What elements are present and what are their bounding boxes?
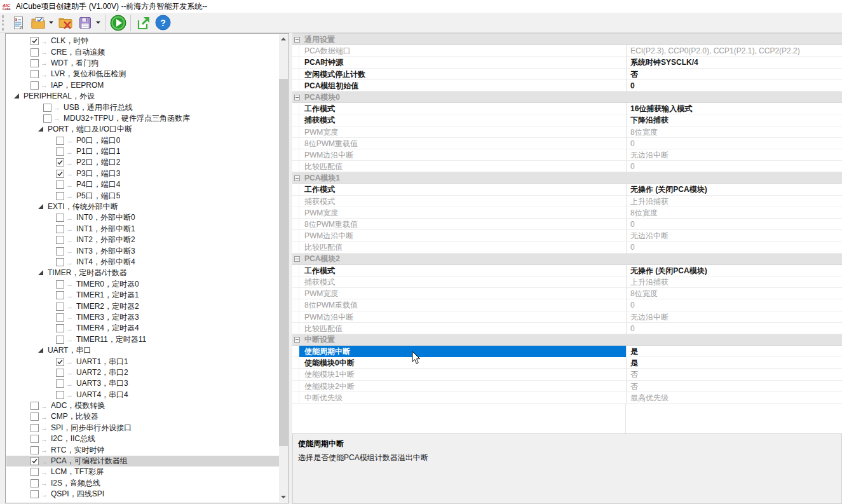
tree-group-row[interactable]: PORT，端口及I/O口中断 — [6, 124, 279, 135]
scroll-down-icon[interactable] — [279, 493, 288, 502]
scroll-up-icon[interactable] — [279, 34, 288, 44]
tree-checkbox[interactable] — [31, 490, 39, 498]
property-value[interactable]: 8位宽度 — [626, 207, 842, 219]
tree-checkbox[interactable] — [56, 379, 64, 388]
property-value[interactable]: 无边沿中断 — [626, 149, 842, 161]
close-project-button[interactable] — [57, 14, 74, 31]
open-project-button[interactable] — [29, 14, 46, 31]
property-value[interactable]: 8位宽度 — [626, 288, 842, 299]
save-project-dropdown-caret[interactable] — [95, 14, 101, 31]
tree-item-row[interactable]: →UART4，串口4 — [6, 390, 279, 400]
run-generate-button[interactable] — [109, 14, 126, 31]
property-value[interactable]: 否 — [626, 69, 842, 80]
expander-icon[interactable] — [38, 204, 44, 210]
collapse-icon[interactable] — [294, 337, 300, 343]
help-button[interactable]: ? — [154, 14, 172, 31]
tree-checkbox[interactable] — [56, 313, 64, 322]
tree-item-row[interactable]: →INT3，外部中断3 — [6, 245, 279, 256]
property-value[interactable]: 系统时钟SYSCLK/4 — [626, 57, 842, 68]
tree-checkbox[interactable] — [56, 336, 64, 344]
scrollbar-thumb[interactable] — [279, 79, 288, 446]
tree-item-row[interactable]: →LCM，TFT彩屏 — [6, 467, 279, 477]
property-value[interactable]: 无边沿中断 — [626, 230, 842, 242]
collapse-icon[interactable] — [294, 256, 300, 262]
tree-item-row[interactable]: →P4口，端口4 — [6, 179, 279, 190]
property-row[interactable]: 工作模式无操作 (关闭PCA模块) — [292, 265, 842, 276]
property-value[interactable]: 是 — [626, 346, 842, 357]
property-value[interactable]: ECI(P2.3), CCP0(P2.0), CCP1(P2.1), CCP2(… — [626, 45, 842, 57]
open-project-dropdown-caret[interactable] — [48, 14, 54, 31]
tree-checkbox[interactable] — [31, 446, 39, 454]
tree-checkbox[interactable] — [56, 236, 64, 244]
expander-icon[interactable] — [38, 270, 44, 276]
tree-item-row[interactable]: →I2S，音频总线 — [6, 478, 279, 489]
property-row[interactable]: PCA时钟源系统时钟SYSCLK/4 — [292, 57, 842, 68]
tree-item-row[interactable]: →P5口，端口5 — [6, 190, 279, 201]
property-value[interactable]: 无操作 (关闭PCA模块) — [626, 265, 842, 276]
property-row[interactable]: 使能模块1中断否 — [292, 369, 842, 380]
tree-item-row[interactable]: →USB，通用串行总线 — [6, 102, 279, 112]
tree-checkbox[interactable] — [31, 479, 39, 487]
tree-item-row[interactable]: →INT2，外部中断2 — [6, 235, 279, 245]
property-value[interactable]: 无边沿中断 — [626, 311, 842, 323]
section-header-row[interactable]: 中断设置 — [292, 334, 842, 346]
tree-item-row[interactable]: →INT1，外部中断1 — [6, 224, 279, 235]
property-row[interactable]: 比较匹配值0 — [292, 323, 842, 334]
tree-item-row[interactable]: →TIMER11，定时器11 — [6, 334, 279, 345]
property-row[interactable]: PCA数据端口ECI(P2.3), CCP0(P2.0), CCP1(P2.1)… — [292, 45, 842, 57]
property-row[interactable]: 捕获模式上升沿捕获 — [292, 196, 842, 207]
tree-item-row[interactable]: →ADC，模数转换 — [6, 400, 279, 411]
tree-item-row[interactable]: →UART1，串口1 — [6, 356, 279, 367]
tree-checkbox[interactable] — [31, 402, 39, 410]
save-project-button[interactable] — [76, 14, 93, 31]
property-row[interactable]: 中断优先级最高优先级 — [292, 392, 842, 404]
tree-item-row[interactable]: →TIMER4，定时器4 — [6, 323, 279, 334]
property-row[interactable]: 8位PWM重载值0 — [292, 299, 842, 311]
tree-checkbox[interactable] — [31, 70, 39, 78]
new-project-button[interactable] — [10, 14, 27, 31]
tree-checkbox[interactable] — [31, 81, 39, 90]
tree-item-row[interactable]: →P3口，端口3 — [6, 168, 279, 179]
tree-checkbox[interactable] — [56, 303, 64, 311]
property-row[interactable]: 捕获模式下降沿捕获 — [292, 114, 842, 126]
property-value[interactable]: 上升沿捕获 — [626, 276, 842, 288]
tree-checkbox[interactable] — [56, 192, 64, 200]
property-value[interactable]: 0 — [626, 80, 842, 92]
collapse-icon[interactable] — [294, 175, 300, 181]
expander-icon[interactable] — [38, 126, 44, 132]
property-value[interactable]: 是 — [626, 357, 842, 369]
tree-checkbox[interactable] — [56, 158, 64, 167]
tree-item-row[interactable]: →TIMER3，定时器3 — [6, 312, 279, 323]
tree-item-row[interactable]: →SPI，同步串行外设接口 — [6, 423, 279, 433]
tree-item-row[interactable]: →INT0，外部中断0 — [6, 212, 279, 223]
property-row[interactable]: 比较匹配值0 — [292, 242, 842, 253]
property-value[interactable]: 0 — [626, 138, 842, 149]
tree-checkbox[interactable] — [56, 137, 64, 145]
tree-item-row[interactable]: →LVR，复位和低压检测 — [6, 69, 279, 79]
collapse-icon[interactable] — [294, 95, 300, 100]
tree-item-row[interactable]: →TIMER2，定时器2 — [6, 301, 279, 311]
tree-checkbox[interactable] — [43, 104, 51, 112]
tree-group-row[interactable]: PERIPHERAL，外设 — [6, 91, 279, 102]
property-value[interactable]: 16位捕获输入模式 — [626, 103, 842, 114]
property-row[interactable]: 工作模式无操作 (关闭PCA模块) — [292, 184, 842, 195]
tree-checkbox[interactable] — [56, 324, 64, 332]
tree-checkbox[interactable] — [56, 258, 64, 266]
tree-checkbox[interactable] — [56, 170, 64, 178]
tree-item-row[interactable]: →UART2，串口2 — [6, 367, 279, 378]
expander-icon[interactable] — [38, 348, 44, 353]
tree-checkbox[interactable] — [31, 435, 39, 443]
tree-group-row[interactable]: TIMER，定时器/计数器 — [6, 268, 279, 278]
property-value[interactable]: 下降沿捕获 — [626, 114, 842, 126]
property-row[interactable]: PCA模组初始值0 — [292, 80, 842, 92]
tree-group-row[interactable]: EXTI，传统外部中断 — [6, 201, 279, 212]
property-value[interactable]: 最高优先级 — [626, 392, 842, 404]
property-row[interactable]: PWM宽度8位宽度 — [292, 207, 842, 219]
tree-checkbox[interactable] — [31, 48, 39, 57]
tree-checkbox[interactable] — [56, 291, 64, 299]
tree-item-row[interactable]: →WDT，看门狗 — [6, 58, 279, 69]
property-value[interactable]: 0 — [626, 299, 842, 311]
property-value[interactable]: 无操作 (关闭PCA模块) — [626, 184, 842, 195]
tree-checkbox[interactable] — [56, 180, 64, 189]
section-header-row[interactable]: PCA模块2 — [292, 254, 842, 265]
